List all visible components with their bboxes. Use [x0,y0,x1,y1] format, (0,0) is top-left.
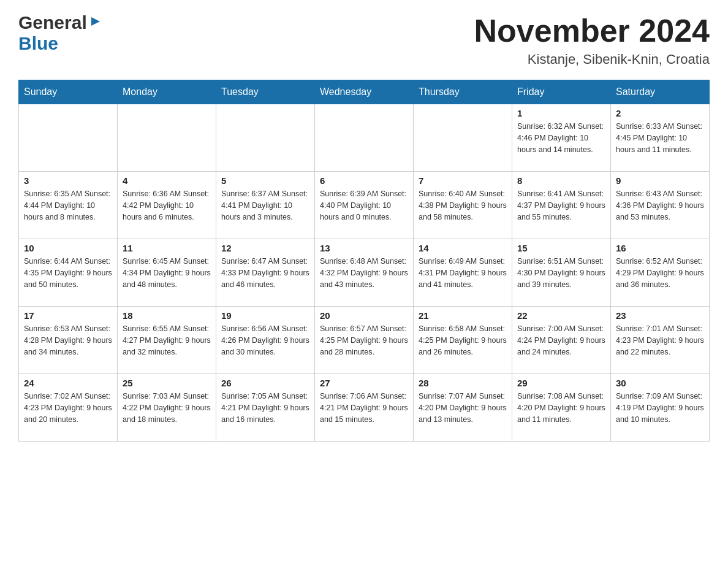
day-header-wednesday: Wednesday [315,80,414,104]
logo-blue-text: Blue [18,33,58,53]
sun-info: Sunrise: 6:43 AM Sunset: 4:36 PM Dayligh… [616,188,704,223]
calendar-cell: 5Sunrise: 6:37 AM Sunset: 4:41 PM Daylig… [216,172,315,239]
sun-info: Sunrise: 7:02 AM Sunset: 4:23 PM Dayligh… [24,391,112,425]
day-number: 7 [419,175,507,186]
day-number: 3 [24,175,112,186]
logo: General Blue [18,12,102,54]
calendar-cell: 9Sunrise: 6:43 AM Sunset: 4:36 PM Daylig… [611,172,710,239]
calendar-cell: 7Sunrise: 6:40 AM Sunset: 4:38 PM Daylig… [414,172,512,239]
calendar-cell: 20Sunrise: 6:57 AM Sunset: 4:25 PM Dayli… [315,307,414,374]
day-header-thursday: Thursday [414,80,512,104]
day-number: 10 [24,243,112,253]
day-number: 14 [419,243,507,253]
day-header-tuesday: Tuesday [216,80,315,104]
calendar-cell: 24Sunrise: 7:02 AM Sunset: 4:23 PM Dayli… [19,374,118,442]
sun-info: Sunrise: 6:51 AM Sunset: 4:30 PM Dayligh… [517,256,605,290]
logo-general-text: General [18,12,87,33]
calendar-cell: 3Sunrise: 6:35 AM Sunset: 4:44 PM Daylig… [19,172,118,239]
calendar-cell: 26Sunrise: 7:05 AM Sunset: 4:21 PM Dayli… [216,374,315,442]
day-number: 29 [517,378,605,388]
sun-info: Sunrise: 6:47 AM Sunset: 4:33 PM Dayligh… [221,256,309,290]
day-number: 24 [24,378,112,388]
sun-info: Sunrise: 6:40 AM Sunset: 4:38 PM Dayligh… [419,188,507,223]
day-header-sunday: Sunday [19,80,118,104]
sun-info: Sunrise: 6:35 AM Sunset: 4:44 PM Dayligh… [24,188,112,223]
calendar-week-row: 24Sunrise: 7:02 AM Sunset: 4:23 PM Dayli… [19,374,710,442]
calendar-table: SundayMondayTuesdayWednesdayThursdayFrid… [18,80,710,442]
day-number: 5 [221,175,309,186]
calendar-cell: 14Sunrise: 6:49 AM Sunset: 4:31 PM Dayli… [414,239,512,307]
day-number: 21 [419,310,507,321]
calendar-cell: 25Sunrise: 7:03 AM Sunset: 4:22 PM Dayli… [118,374,216,442]
calendar-cell: 10Sunrise: 6:44 AM Sunset: 4:35 PM Dayli… [19,239,118,307]
day-number: 13 [320,243,408,253]
calendar-cell: 17Sunrise: 6:53 AM Sunset: 4:28 PM Dayli… [19,307,118,374]
day-number: 15 [517,243,605,253]
day-header-monday: Monday [118,80,216,104]
calendar-cell: 12Sunrise: 6:47 AM Sunset: 4:33 PM Dayli… [216,239,315,307]
calendar-cell [19,104,118,172]
calendar-week-row: 17Sunrise: 6:53 AM Sunset: 4:28 PM Dayli… [19,307,710,374]
calendar-cell: 28Sunrise: 7:07 AM Sunset: 4:20 PM Dayli… [414,374,512,442]
calendar-cell: 19Sunrise: 6:56 AM Sunset: 4:26 PM Dayli… [216,307,315,374]
calendar-header-row: SundayMondayTuesdayWednesdayThursdayFrid… [19,80,710,104]
sun-info: Sunrise: 6:45 AM Sunset: 4:34 PM Dayligh… [123,256,211,290]
calendar-cell: 21Sunrise: 6:58 AM Sunset: 4:25 PM Dayli… [414,307,512,374]
title-area: November 2024 Kistanje, Sibenik-Knin, Cr… [474,12,710,67]
calendar-cell: 23Sunrise: 7:01 AM Sunset: 4:23 PM Dayli… [611,307,710,374]
sun-info: Sunrise: 6:33 AM Sunset: 4:45 PM Dayligh… [616,121,704,155]
sun-info: Sunrise: 7:09 AM Sunset: 4:19 PM Dayligh… [616,391,704,425]
calendar-cell: 29Sunrise: 7:08 AM Sunset: 4:20 PM Dayli… [512,374,611,442]
calendar-cell: 27Sunrise: 7:06 AM Sunset: 4:21 PM Dayli… [315,374,414,442]
calendar-cell: 22Sunrise: 7:00 AM Sunset: 4:24 PM Dayli… [512,307,611,374]
sun-info: Sunrise: 6:41 AM Sunset: 4:37 PM Dayligh… [517,188,605,223]
day-number: 23 [616,310,704,321]
sun-info: Sunrise: 6:32 AM Sunset: 4:46 PM Dayligh… [517,121,605,155]
svg-marker-0 [91,17,100,26]
day-number: 26 [221,378,309,388]
day-number: 11 [123,243,211,253]
sun-info: Sunrise: 6:52 AM Sunset: 4:29 PM Dayligh… [616,256,704,290]
calendar-cell: 4Sunrise: 6:36 AM Sunset: 4:42 PM Daylig… [118,172,216,239]
calendar-cell: 8Sunrise: 6:41 AM Sunset: 4:37 PM Daylig… [512,172,611,239]
day-number: 22 [517,310,605,321]
sun-info: Sunrise: 6:53 AM Sunset: 4:28 PM Dayligh… [24,323,112,358]
sun-info: Sunrise: 6:39 AM Sunset: 4:40 PM Dayligh… [320,188,408,223]
day-header-saturday: Saturday [611,80,710,104]
day-number: 19 [221,310,309,321]
calendar-cell: 13Sunrise: 6:48 AM Sunset: 4:32 PM Dayli… [315,239,414,307]
day-number: 16 [616,243,704,253]
sun-info: Sunrise: 7:06 AM Sunset: 4:21 PM Dayligh… [320,391,408,425]
day-number: 27 [320,378,408,388]
sun-info: Sunrise: 7:08 AM Sunset: 4:20 PM Dayligh… [517,391,605,425]
calendar-cell [216,104,315,172]
sun-info: Sunrise: 6:58 AM Sunset: 4:25 PM Dayligh… [419,323,507,358]
sun-info: Sunrise: 6:44 AM Sunset: 4:35 PM Dayligh… [24,256,112,290]
sun-info: Sunrise: 6:49 AM Sunset: 4:31 PM Dayligh… [419,256,507,290]
day-number: 25 [123,378,211,388]
logo-arrow-icon [89,15,102,31]
sun-info: Sunrise: 7:01 AM Sunset: 4:23 PM Dayligh… [616,323,704,358]
sun-info: Sunrise: 6:37 AM Sunset: 4:41 PM Dayligh… [221,188,309,223]
calendar-week-row: 10Sunrise: 6:44 AM Sunset: 4:35 PM Dayli… [19,239,710,307]
calendar-week-row: 3Sunrise: 6:35 AM Sunset: 4:44 PM Daylig… [19,172,710,239]
day-number: 18 [123,310,211,321]
day-number: 9 [616,175,704,186]
day-number: 28 [419,378,507,388]
sun-info: Sunrise: 7:03 AM Sunset: 4:22 PM Dayligh… [123,391,211,425]
calendar-cell: 30Sunrise: 7:09 AM Sunset: 4:19 PM Dayli… [611,374,710,442]
calendar-cell [315,104,414,172]
sun-info: Sunrise: 7:00 AM Sunset: 4:24 PM Dayligh… [517,323,605,358]
calendar-cell: 18Sunrise: 6:55 AM Sunset: 4:27 PM Dayli… [118,307,216,374]
sun-info: Sunrise: 6:36 AM Sunset: 4:42 PM Dayligh… [123,188,211,223]
calendar-cell [414,104,512,172]
day-number: 1 [517,108,605,118]
calendar-cell: 16Sunrise: 6:52 AM Sunset: 4:29 PM Dayli… [611,239,710,307]
month-title: November 2024 [474,12,710,49]
sun-info: Sunrise: 6:48 AM Sunset: 4:32 PM Dayligh… [320,256,408,290]
day-number: 2 [616,108,704,118]
day-number: 30 [616,378,704,388]
calendar-cell: 2Sunrise: 6:33 AM Sunset: 4:45 PM Daylig… [611,104,710,172]
day-number: 4 [123,175,211,186]
day-header-friday: Friday [512,80,611,104]
